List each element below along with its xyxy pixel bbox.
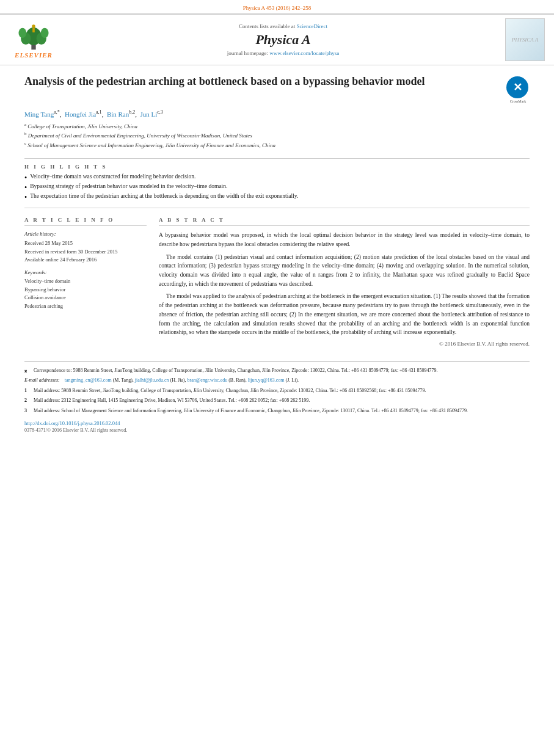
keywords-items: Velocity–time domain Bypassing behavior … bbox=[24, 277, 147, 310]
paper-title-section: Analysis of the pedestrian arching at bo… bbox=[24, 74, 530, 103]
contents-available-line: Contents lists available at ScienceDirec… bbox=[67, 23, 499, 29]
article-info-title: A R T I C L E I N F O bbox=[24, 217, 147, 226]
bullet-icon-3: • bbox=[24, 194, 27, 201]
main-content: Analysis of the pedestrian arching at bo… bbox=[0, 65, 554, 362]
article-history-items: Received 28 May 2015 Received in revised… bbox=[24, 239, 147, 264]
footnote-1: 1 Mail address: 5988 Renmin Street, Jiao… bbox=[24, 387, 530, 394]
homepage-line: journal homepage: www.elsevier.com/locat… bbox=[67, 50, 499, 56]
two-column-section: A R T I C L E I N F O Article history: R… bbox=[24, 217, 530, 347]
journal-cover-image: PHYSICA A bbox=[505, 18, 545, 61]
journal-thumbnail: PHYSICA A bbox=[505, 18, 548, 61]
footnote-3: 3 Mail address: School of Management Sci… bbox=[24, 407, 530, 415]
article-history-label: Article history: bbox=[24, 231, 147, 237]
footnote-2: 2 Mail address: 2312 Engineering Hall, 1… bbox=[24, 397, 530, 404]
citation-text: Physica A 453 (2016) 242–258 bbox=[243, 5, 312, 11]
journal-header: ELSEVIER Contents lists available at Sci… bbox=[0, 13, 554, 65]
author-2: Hongfei Jia bbox=[65, 111, 96, 118]
author-4: Jun Li bbox=[140, 111, 158, 118]
footnote-mark-1: 1 bbox=[24, 387, 32, 394]
authors-line: Ming Tanga,*, Hongfei Jiaa,1, Bin Ranb,2… bbox=[24, 109, 530, 118]
svg-point-4 bbox=[18, 28, 26, 38]
footnote-mark-2: 2 bbox=[24, 397, 32, 404]
keywords-label: Keywords: bbox=[24, 269, 147, 275]
email-link-jia[interactable]: jialhf@jlu.edu.cn bbox=[135, 377, 169, 383]
svg-point-6 bbox=[32, 24, 35, 27]
highlight-item-1: • Velocity–time domain was constructed f… bbox=[24, 173, 530, 181]
citation-bar: Physica A 453 (2016) 242–258 bbox=[0, 0, 554, 13]
doi-section: http://dx.doi.org/10.1016/j.physa.2016.0… bbox=[24, 420, 530, 433]
author-1: Ming Tang bbox=[24, 111, 54, 118]
sciencedirect-link[interactable]: ScienceDirect bbox=[297, 23, 327, 29]
footnote-correspondence: ⁎ Correspondence to: 5988 Renmin Street,… bbox=[24, 367, 530, 374]
highlights-title: H I G H L I G H T S bbox=[24, 164, 530, 170]
abstract-para-2: The model contains (1) pedestrian visual… bbox=[159, 253, 530, 289]
doi-link[interactable]: http://dx.doi.org/10.1016/j.physa.2016.0… bbox=[24, 420, 120, 426]
footnote-mark-star: ⁎ bbox=[24, 367, 32, 374]
affiliation-a: a College of Transportation, Jilin Unive… bbox=[24, 122, 530, 131]
elsevier-tree-icon bbox=[15, 21, 52, 51]
elsevier-logo: ELSEVIER bbox=[6, 21, 61, 59]
issn-line: 0378-4371/© 2016 Elsevier B.V. All right… bbox=[24, 427, 127, 433]
email-link-li[interactable]: lijun.yq@163.com bbox=[248, 377, 285, 383]
highlight-item-3: • The expectation time of the pedestrian… bbox=[24, 193, 530, 201]
footnote-emails: E-mail addresses: tangming_cn@163.com (M… bbox=[24, 377, 530, 384]
affiliations: a College of Transportation, Jilin Unive… bbox=[24, 122, 530, 150]
abstract-section: A B S T R A C T A bypassing behavior mod… bbox=[159, 217, 530, 347]
svg-rect-7 bbox=[32, 28, 35, 32]
footnotes-section: ⁎ Correspondence to: 5988 Renmin Street,… bbox=[24, 362, 530, 415]
email-link-tang[interactable]: tangming_cn@163.com bbox=[65, 377, 112, 383]
bullet-icon-2: • bbox=[24, 184, 27, 191]
abstract-para-3: The model was applied to the analysis of… bbox=[159, 292, 530, 337]
paper-title: Analysis of the pedestrian arching at bo… bbox=[24, 74, 500, 89]
footnote-mark-3: 3 bbox=[24, 407, 32, 415]
journal-center: Contents lists available at ScienceDirec… bbox=[67, 23, 499, 56]
elsevier-wordmark: ELSEVIER bbox=[15, 51, 53, 59]
abstract-para-1: A bypassing behavior model was proposed,… bbox=[159, 231, 530, 249]
abstract-text: A bypassing behavior model was proposed,… bbox=[159, 231, 530, 337]
highlight-item-2: • Bypassing strategy of pedestrian behav… bbox=[24, 183, 530, 191]
author-3: Bin Ran bbox=[107, 111, 129, 118]
article-info: A R T I C L E I N F O Article history: R… bbox=[24, 217, 147, 347]
crossmark-logo: ✕ CrossMark bbox=[506, 76, 530, 103]
affiliation-c: c School of Management Science and Infor… bbox=[24, 140, 530, 150]
bullet-icon-1: • bbox=[24, 174, 27, 181]
journal-title: Physica A bbox=[67, 32, 499, 48]
crossmark-label: CrossMark bbox=[506, 100, 530, 103]
highlights-section: H I G H L I G H T S • Velocity–time doma… bbox=[24, 158, 530, 208]
svg-point-5 bbox=[41, 28, 49, 38]
homepage-link[interactable]: www.elsevier.com/locate/physa bbox=[269, 50, 339, 56]
affiliation-b: b Department of Civil and Environmental … bbox=[24, 131, 530, 140]
abstract-title: A B S T R A C T bbox=[159, 217, 530, 226]
copyright-line: © 2016 Elsevier B.V. All rights reserved… bbox=[159, 341, 530, 347]
crossmark-icon: ✕ bbox=[506, 76, 528, 98]
email-link-ran[interactable]: bran@engr.wisc.edu bbox=[188, 377, 228, 383]
